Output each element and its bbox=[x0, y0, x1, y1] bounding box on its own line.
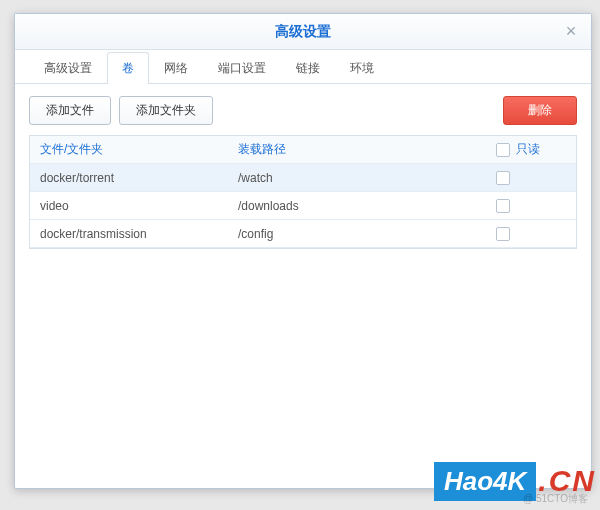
tab-links[interactable]: 链接 bbox=[281, 52, 335, 84]
header-readonly[interactable]: 只读 bbox=[496, 141, 576, 158]
cell-path: video bbox=[30, 199, 228, 213]
advanced-settings-dialog: 高级设置 × 高级设置 卷 网络 端口设置 链接 环境 添加文件 添加文件夹 删… bbox=[14, 13, 592, 489]
cell-mount: /downloads bbox=[228, 199, 496, 213]
readonly-checkbox[interactable] bbox=[496, 171, 510, 185]
tab-bar: 高级设置 卷 网络 端口设置 链接 环境 bbox=[15, 50, 591, 84]
delete-button[interactable]: 删除 bbox=[503, 96, 577, 125]
header-path[interactable]: 文件/文件夹 bbox=[30, 141, 228, 158]
header-readonly-label: 只读 bbox=[516, 141, 540, 158]
cell-path: docker/torrent bbox=[30, 171, 228, 185]
add-file-button[interactable]: 添加文件 bbox=[29, 96, 111, 125]
watermark-blue: Hao4K bbox=[434, 462, 536, 501]
readonly-checkbox[interactable] bbox=[496, 199, 510, 213]
tab-network[interactable]: 网络 bbox=[149, 52, 203, 84]
readonly-checkbox[interactable] bbox=[496, 227, 510, 241]
watermark: Hao4K .CN @ 51CTO博客 bbox=[434, 458, 596, 504]
cell-mount: /watch bbox=[228, 171, 496, 185]
table-header-row: 文件/文件夹 装载路径 只读 bbox=[30, 136, 576, 164]
volume-table: 文件/文件夹 装载路径 只读 docker/torrent /watch vid… bbox=[29, 135, 577, 249]
readonly-header-checkbox[interactable] bbox=[496, 143, 510, 157]
dialog-titlebar: 高级设置 × bbox=[15, 14, 591, 50]
cell-path: docker/transmission bbox=[30, 227, 228, 241]
table-row[interactable]: video /downloads bbox=[30, 192, 576, 220]
tab-advanced[interactable]: 高级设置 bbox=[29, 52, 107, 84]
cell-mount: /config bbox=[228, 227, 496, 241]
header-mount[interactable]: 装载路径 bbox=[228, 141, 496, 158]
dialog-title: 高级设置 bbox=[275, 23, 331, 41]
toolbar: 添加文件 添加文件夹 删除 bbox=[15, 84, 591, 135]
tab-ports[interactable]: 端口设置 bbox=[203, 52, 281, 84]
table-row[interactable]: docker/transmission /config bbox=[30, 220, 576, 248]
tab-env[interactable]: 环境 bbox=[335, 52, 389, 84]
table-row[interactable]: docker/torrent /watch bbox=[30, 164, 576, 192]
tab-volume[interactable]: 卷 bbox=[107, 52, 149, 84]
watermark-sub: @ 51CTO博客 bbox=[523, 492, 588, 506]
close-icon[interactable]: × bbox=[561, 22, 581, 42]
add-folder-button[interactable]: 添加文件夹 bbox=[119, 96, 213, 125]
